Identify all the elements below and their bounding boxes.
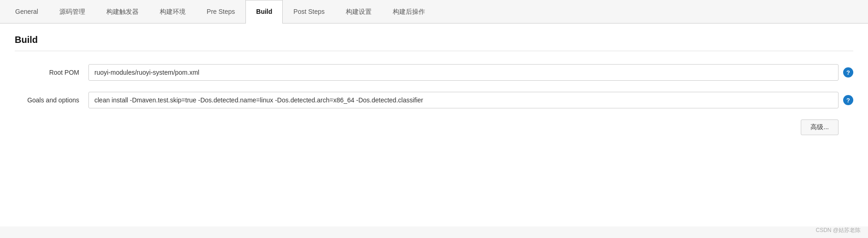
tab-env[interactable]: 构建环境 — [149, 0, 196, 24]
goals-label: Goals and options — [15, 96, 88, 104]
tab-trigger[interactable]: 构建触发器 — [96, 0, 149, 24]
watermark: CSDN @姑苏老陈 — [816, 226, 861, 234]
tab-pre-steps[interactable]: Pre Steps — [196, 0, 245, 24]
advanced-row: 高级... — [15, 119, 853, 135]
tab-build[interactable]: Build — [245, 0, 283, 24]
tab-post-build[interactable]: 构建后操作 — [382, 0, 436, 24]
tab-post-steps[interactable]: Post Steps — [283, 0, 335, 24]
goals-help-icon[interactable]: ? — [843, 95, 853, 105]
root-pom-label: Root POM — [15, 69, 88, 76]
section-title: Build — [15, 35, 853, 51]
advanced-button[interactable]: 高级... — [801, 119, 839, 135]
goals-input[interactable] — [88, 92, 839, 108]
goals-input-wrap: ? — [88, 92, 853, 108]
root-pom-row: Root POM ? — [15, 64, 853, 81]
content-area: Build Root POM ? Goals and options ? 高级.… — [0, 24, 868, 226]
tab-bar: General源码管理构建触发器构建环境Pre StepsBuildPost S… — [0, 0, 868, 24]
root-pom-input[interactable] — [88, 64, 839, 81]
root-pom-help-icon[interactable]: ? — [843, 67, 853, 77]
tab-build-settings[interactable]: 构建设置 — [335, 0, 382, 24]
tab-source[interactable]: 源码管理 — [49, 0, 96, 24]
root-pom-input-wrap: ? — [88, 64, 853, 81]
goals-row: Goals and options ? — [15, 92, 853, 108]
tab-general[interactable]: General — [5, 0, 49, 24]
